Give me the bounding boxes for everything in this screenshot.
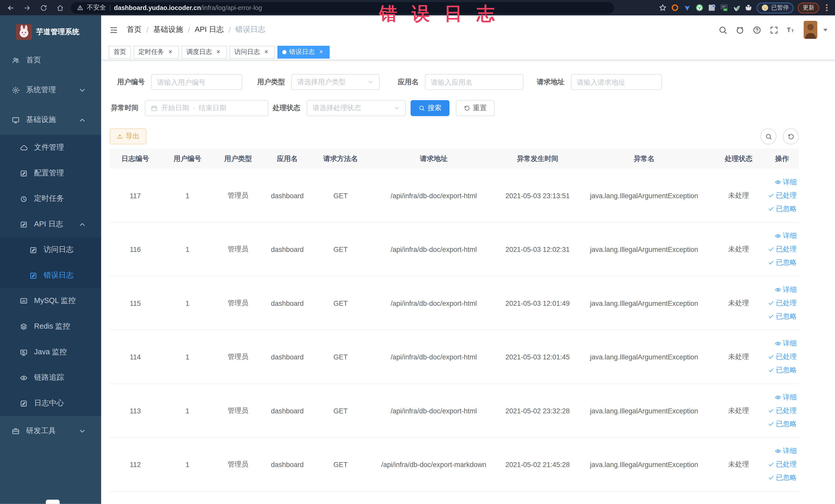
sidebar-item-8[interactable]: 错误日志: [0, 263, 101, 288]
sidebar-item-11[interactable]: Java 监控: [0, 339, 101, 365]
action-label: 详细: [783, 337, 797, 350]
sidebar-item-2[interactable]: 基础设施: [0, 105, 101, 135]
help-icon[interactable]: [752, 25, 761, 35]
sidebar-item-14[interactable]: 研发工具: [0, 416, 101, 446]
tab-close-icon[interactable]: ×: [167, 48, 174, 56]
sidebar-item-4[interactable]: 配置管理: [0, 160, 101, 186]
tab-2[interactable]: 调度日志×: [182, 45, 227, 58]
export-button[interactable]: 导出: [109, 128, 146, 144]
chevron-down-icon[interactable]: [823, 28, 828, 31]
reset-button[interactable]: 重置: [456, 100, 495, 116]
tab-close-icon[interactable]: ×: [215, 48, 222, 56]
action-label: 已处理: [776, 297, 797, 310]
breadcrumb-item-home[interactable]: 首页: [127, 25, 142, 35]
action-check-link[interactable]: 已忽略: [768, 418, 797, 430]
export-button-label: 导出: [126, 132, 140, 141]
extension-blue-drop-icon[interactable]: [684, 4, 692, 12]
refresh-table-button[interactable]: [783, 128, 799, 144]
avatar[interactable]: [804, 21, 817, 39]
action-eye-link[interactable]: 详细: [775, 229, 797, 242]
action-eye-link[interactable]: 详细: [775, 391, 797, 404]
tab-close-icon[interactable]: ×: [263, 48, 270, 56]
update-button[interactable]: 更新: [798, 2, 819, 13]
extension-orange-ring-icon[interactable]: [671, 4, 679, 12]
extension-on-badge-icon[interactable]: on: [720, 4, 728, 12]
sidebar-item-label: 链路追踪: [34, 373, 64, 382]
request-url-input[interactable]: [571, 74, 662, 90]
tab-4[interactable]: 错误日志×: [278, 45, 330, 58]
tab-close-icon[interactable]: ×: [317, 48, 325, 56]
action-check-link[interactable]: 已忽略: [768, 364, 797, 377]
exception-time-range-picker[interactable]: 开始日期 - 结束日期: [145, 100, 268, 116]
tab-0[interactable]: 首页: [108, 45, 131, 58]
sidebar-item-13[interactable]: 日志中心: [0, 390, 101, 416]
sidebar-item-5[interactable]: 定时任务: [0, 186, 101, 211]
user-type-select[interactable]: 请选择用户类型: [291, 74, 380, 90]
app-logo-rabbit: [16, 24, 32, 40]
sidebar-item-3[interactable]: 文件管理: [0, 135, 101, 160]
bookmark-star-icon[interactable]: [659, 4, 667, 12]
browser-nav-controls: [0, 4, 64, 12]
fullscreen-icon[interactable]: [770, 25, 778, 35]
action-eye-link[interactable]: 详细: [775, 283, 797, 296]
action-label: 已忽略: [776, 471, 797, 484]
action-eye-link[interactable]: 详细: [775, 445, 797, 458]
column-header-id: 日志编号: [109, 154, 161, 164]
cell-method: GET: [313, 407, 369, 415]
action-eye-link[interactable]: 详细: [775, 176, 797, 189]
hamburger-icon[interactable]: [109, 25, 118, 35]
github-icon[interactable]: [735, 25, 745, 35]
search-button[interactable]: 搜索: [411, 100, 449, 116]
forward-icon[interactable]: [23, 4, 31, 12]
action-check-link[interactable]: 已忽略: [768, 202, 797, 215]
search-icon[interactable]: [718, 25, 728, 35]
app-logo-row[interactable]: 芋道管理系统: [0, 19, 101, 45]
calendar-icon: [151, 105, 158, 112]
breadcrumb-item-api-log[interactable]: API 日志: [195, 25, 224, 35]
sidebar-item-1[interactable]: 系统管理: [0, 75, 101, 105]
action-check-link[interactable]: 已处理: [768, 404, 797, 417]
font-size-icon[interactable]: TT: [787, 25, 795, 35]
tab-3[interactable]: 访问日志×: [229, 45, 274, 58]
breadcrumb-item-infra[interactable]: 基础设施: [153, 25, 183, 35]
action-check-link[interactable]: 已处理: [768, 297, 797, 310]
action-check-link[interactable]: 已处理: [768, 189, 797, 202]
sidebar-item-9[interactable]: MySQL 监控: [0, 288, 101, 314]
cell-app_name: dashboard: [262, 461, 313, 468]
extension-puzzle-icon[interactable]: [745, 4, 753, 12]
sidebar-item-0[interactable]: 首页: [0, 45, 101, 75]
cell-user_type: 管理员: [214, 191, 262, 200]
extension-grid-icon[interactable]: [708, 4, 716, 12]
address-bar[interactable]: 不安全 dashboard.yudao.iocoder.cn/infra/log…: [71, 2, 614, 14]
extension-green-v-icon[interactable]: [696, 4, 704, 12]
paused-extension-pill[interactable]: 已暂停: [757, 2, 794, 13]
cell-actions: 详细已处理已忽略: [765, 176, 799, 216]
browser-menu-icon[interactable]: [826, 4, 828, 11]
action-eye-link[interactable]: 详细: [775, 337, 797, 350]
sidebar-item-10[interactable]: Redis 监控: [0, 314, 101, 339]
action-label: 已忽略: [776, 256, 797, 269]
app-name-input[interactable]: [425, 74, 524, 90]
case-icon: [12, 427, 20, 435]
user-id-input[interactable]: [151, 74, 242, 90]
home-icon[interactable]: [57, 4, 64, 12]
tab-1[interactable]: 定时任务×: [134, 45, 179, 58]
reload-icon[interactable]: [40, 4, 47, 12]
sidebar-item-6[interactable]: API 日志: [0, 211, 101, 237]
check-icon: [768, 407, 774, 414]
toggle-search-button[interactable]: [760, 128, 776, 144]
action-check-link[interactable]: 已忽略: [768, 310, 797, 323]
sidebar-item-label: MySQL 监控: [34, 296, 76, 305]
action-check-link[interactable]: 已处理: [768, 350, 797, 363]
end-date-placeholder: 结束日期: [199, 103, 226, 113]
back-icon[interactable]: [7, 4, 14, 12]
sidebar-item-12[interactable]: 链路追踪: [0, 365, 101, 390]
action-check-link[interactable]: 已处理: [768, 458, 797, 471]
action-check-link[interactable]: 已处理: [768, 243, 797, 256]
process-status-select[interactable]: 请选择处理状态: [307, 100, 406, 116]
editsq-icon: [29, 271, 37, 279]
action-check-link[interactable]: 已忽略: [768, 256, 797, 269]
sidebar-item-7[interactable]: 访问日志: [0, 237, 101, 263]
extension-leaf-icon[interactable]: [732, 4, 740, 12]
action-check-link[interactable]: 已忽略: [768, 471, 797, 484]
